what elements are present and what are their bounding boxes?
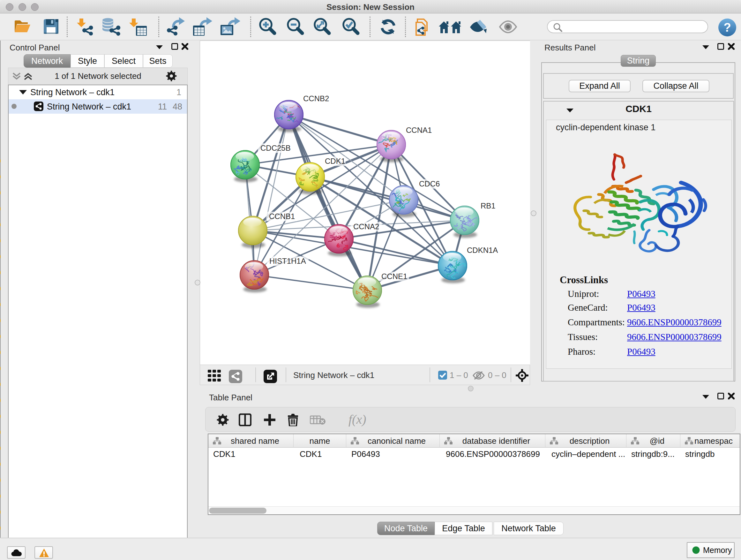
svg-text:CCNA1: CCNA1 bbox=[406, 126, 432, 134]
svg-text:RB1: RB1 bbox=[481, 201, 495, 210]
svg-text:CCNA2: CCNA2 bbox=[353, 222, 379, 231]
svg-text:CCNE1: CCNE1 bbox=[381, 272, 407, 281]
svg-text:CCNB2: CCNB2 bbox=[303, 94, 329, 103]
svg-text:CCNB1: CCNB1 bbox=[269, 212, 295, 221]
svg-text:CDC25B: CDC25B bbox=[260, 144, 291, 152]
svg-text:CDC6: CDC6 bbox=[419, 179, 440, 188]
svg-text:HIST1H1A: HIST1H1A bbox=[269, 257, 306, 265]
svg-text:CDK1: CDK1 bbox=[325, 157, 345, 165]
svg-text:?: ? bbox=[724, 21, 731, 34]
svg-text:CDKN1A: CDKN1A bbox=[467, 246, 498, 254]
